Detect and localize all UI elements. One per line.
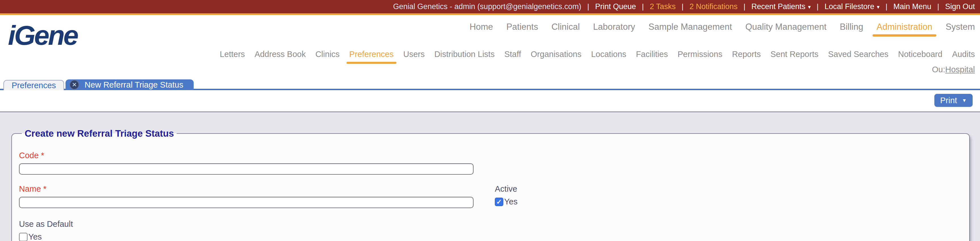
tab-label: New Referral Triage Status xyxy=(84,80,183,90)
igene-logo[interactable]: iGene xyxy=(8,19,77,51)
subnav-item-letters[interactable]: Letters xyxy=(220,50,245,59)
subnav-item-reports[interactable]: Reports xyxy=(732,50,761,59)
active-checkbox-row[interactable]: ✓ Yes xyxy=(495,197,517,206)
topbar-item-notifications[interactable]: 2 Notifications xyxy=(689,2,738,11)
topbar-item-label: 2 Notifications xyxy=(689,2,738,11)
tab-label: Preferences xyxy=(12,81,56,90)
active-checkbox[interactable]: ✓ xyxy=(495,198,503,206)
chevron-down-icon: ▾ xyxy=(877,4,880,10)
nav-item-system[interactable]: System xyxy=(946,22,975,32)
name-label: Name * xyxy=(19,184,474,193)
check-icon: ✓ xyxy=(496,198,502,205)
subnav-item-users[interactable]: Users xyxy=(403,50,425,59)
content-panel: Create new Referral Triage Status Code *… xyxy=(0,111,980,241)
nav-item-quality-management[interactable]: Quality Management xyxy=(745,22,826,32)
sub-nav: Letters Address Book Clinics Preferences… xyxy=(220,50,975,59)
create-referral-triage-status-form: Create new Referral Triage Status Code *… xyxy=(11,128,970,241)
active-option-label: Yes xyxy=(504,197,517,206)
topbar: Genial Genetics - admin (support@genialg… xyxy=(0,0,980,13)
tab-preferences[interactable]: Preferences xyxy=(3,80,64,90)
name-field-group: Name * xyxy=(19,184,474,208)
close-icon[interactable]: ✕ xyxy=(70,80,79,90)
nav-item-sample-management[interactable]: Sample Management xyxy=(649,22,732,32)
separator: | xyxy=(937,2,939,11)
nav-item-billing[interactable]: Billing xyxy=(840,22,864,32)
nav-item-administration[interactable]: Administration xyxy=(877,22,932,32)
name-label-text: Name xyxy=(19,184,41,193)
topbar-item-main-menu[interactable]: Main Menu xyxy=(894,2,932,11)
active-label: Active xyxy=(495,184,517,193)
separator: | xyxy=(587,2,589,11)
nav-item-laboratory[interactable]: Laboratory xyxy=(593,22,635,32)
subnav-item-noticeboard[interactable]: Noticeboard xyxy=(898,50,942,59)
separator: | xyxy=(743,2,746,11)
active-field-group: Active ✓ Yes xyxy=(495,184,517,206)
toolbar: Print ▼ xyxy=(0,90,980,111)
chevron-down-icon: ▼ xyxy=(962,98,967,103)
use-as-default-field-group: Use as Default ✓ Yes xyxy=(19,219,969,241)
topbar-item-label: Recent Patients xyxy=(751,2,806,11)
form-legend: Create new Referral Triage Status xyxy=(22,128,177,139)
ou-hospital-link[interactable]: Hospital xyxy=(945,65,975,74)
subnav-item-distribution-lists[interactable]: Distribution Lists xyxy=(434,50,495,59)
required-asterisk: * xyxy=(43,184,46,193)
topbar-item-recent-patients[interactable]: Recent Patients ▾ xyxy=(751,2,811,11)
use-as-default-label: Use as Default xyxy=(19,219,969,229)
separator: | xyxy=(817,2,819,11)
subnav-item-permissions[interactable]: Permissions xyxy=(678,50,722,59)
nav-item-clinical[interactable]: Clinical xyxy=(552,22,580,32)
topbar-item-tasks[interactable]: 2 Tasks xyxy=(650,2,676,11)
separator: | xyxy=(886,2,888,11)
print-button-label: Print xyxy=(940,96,957,105)
topbar-item-local-filestore[interactable]: Local Filestore ▾ xyxy=(825,2,880,11)
topbar-item-label: Local Filestore xyxy=(825,2,875,11)
subnav-item-locations[interactable]: Locations xyxy=(591,50,626,59)
use-as-default-option-label: Yes xyxy=(29,232,42,241)
close-glyph: ✕ xyxy=(72,81,77,88)
subnav-item-sent-reports[interactable]: Sent Reports xyxy=(770,50,818,59)
main-nav: Home Patients Clinical Laboratory Sample… xyxy=(469,22,975,32)
ou-context: Ou:Hospital xyxy=(932,65,975,74)
topbar-item-label: Print Queue xyxy=(595,2,636,11)
code-field-group: Code * xyxy=(19,151,969,174)
nav-item-home[interactable]: Home xyxy=(469,22,493,32)
topbar-item-label: Sign Out xyxy=(945,2,975,11)
tab-new-referral-triage-status[interactable]: ✕ New Referral Triage Status xyxy=(65,79,193,90)
required-asterisk: * xyxy=(41,151,44,160)
subnav-item-address-book[interactable]: Address Book xyxy=(255,50,306,59)
subnav-item-staff[interactable]: Staff xyxy=(504,50,521,59)
subnav-item-clinics[interactable]: Clinics xyxy=(315,50,339,59)
use-as-default-checkbox[interactable]: ✓ xyxy=(19,233,27,241)
code-input[interactable] xyxy=(19,163,474,174)
separator: | xyxy=(642,2,644,11)
subnav-item-organisations[interactable]: Organisations xyxy=(531,50,582,59)
topbar-item-label: 2 Tasks xyxy=(650,2,676,11)
account-info: Genial Genetics - admin (support@genialg… xyxy=(393,2,581,11)
ou-prefix: Ou: xyxy=(932,65,945,74)
subnav-item-facilities[interactable]: Facilities xyxy=(636,50,668,59)
subnav-item-audits[interactable]: Audits xyxy=(952,50,975,59)
name-input[interactable] xyxy=(19,197,474,208)
tab-strip: Preferences ✕ New Referral Triage Status xyxy=(0,79,980,90)
chevron-down-icon: ▾ xyxy=(808,4,811,10)
code-label: Code * xyxy=(19,151,969,160)
name-active-row: Name * Active ✓ Yes xyxy=(19,184,969,208)
code-label-text: Code xyxy=(19,151,38,160)
subnav-item-preferences[interactable]: Preferences xyxy=(349,50,394,59)
topbar-item-print-queue[interactable]: Print Queue xyxy=(595,2,636,11)
subnav-item-saved-searches[interactable]: Saved Searches xyxy=(828,50,888,59)
header: iGene Home Patients Clinical Laboratory … xyxy=(0,15,980,79)
print-button[interactable]: Print ▼ xyxy=(934,94,973,107)
separator: | xyxy=(682,2,684,11)
use-as-default-checkbox-row[interactable]: ✓ Yes xyxy=(19,232,969,241)
topbar-item-label: Main Menu xyxy=(894,2,932,11)
nav-item-patients[interactable]: Patients xyxy=(506,22,538,32)
topbar-item-sign-out[interactable]: Sign Out xyxy=(945,2,975,11)
